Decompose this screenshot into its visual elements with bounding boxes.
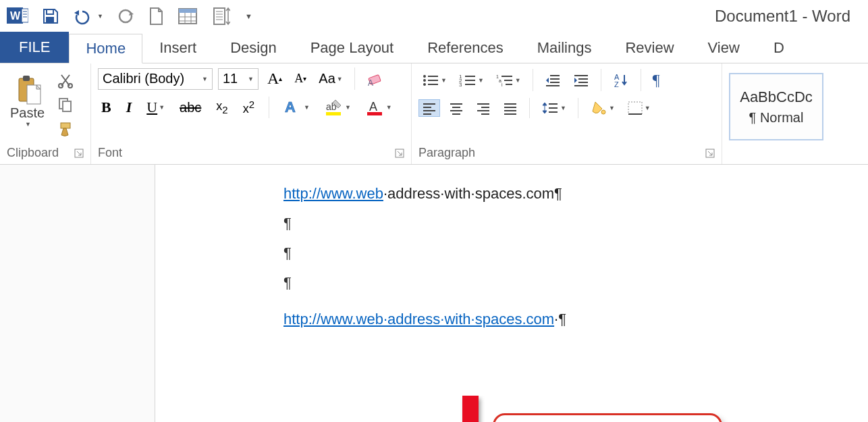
svg-text:Z: Z [614, 80, 619, 88]
bullets-button[interactable]: ▼ [418, 71, 450, 90]
text-effects-button[interactable]: A▼ [280, 97, 313, 118]
doc-empty-paragraph: ¶ [283, 244, 868, 262]
tab-review[interactable]: Review [608, 33, 690, 63]
align-center-button[interactable] [445, 99, 467, 117]
align-right-button[interactable] [472, 99, 494, 117]
strikethrough-button[interactable]: abc [176, 98, 205, 117]
superscript-button[interactable]: x2 [240, 97, 258, 118]
bullets-icon [422, 73, 439, 88]
paste-label: Paste [10, 105, 45, 121]
svg-point-37 [423, 75, 426, 78]
svg-text:A: A [369, 100, 377, 113]
font-size-value: 11 [223, 71, 238, 86]
svg-point-41 [423, 83, 426, 86]
numbering-button[interactable]: 123▼ [456, 71, 487, 90]
doc-line-1: http://www.web·address·with·spaces.com¶ [283, 185, 868, 203]
customize-qat-icon[interactable]: ▼ [241, 9, 255, 23]
copy-button[interactable] [53, 95, 78, 115]
svg-rect-26 [63, 101, 71, 111]
bold-button[interactable]: B [98, 97, 115, 118]
clear-formatting-button[interactable]: A [363, 69, 387, 89]
save-icon[interactable] [39, 5, 62, 28]
paragraph-spacing-icon[interactable] [209, 4, 233, 28]
doc-empty-paragraph: ¶ [283, 215, 868, 232]
align-left-button[interactable] [418, 99, 440, 117]
underline-button[interactable]: U▼ [143, 97, 168, 118]
sort-button[interactable]: AZ [609, 70, 632, 90]
subscript-button[interactable]: x2 [213, 97, 231, 117]
tab-design[interactable]: Design [213, 33, 293, 63]
change-case-button[interactable]: Aa▼ [315, 69, 346, 88]
tab-insert[interactable]: Insert [142, 33, 213, 63]
redo-button[interactable] [114, 5, 137, 28]
increase-indent-button[interactable] [570, 71, 593, 90]
svg-rect-6 [47, 9, 53, 14]
italic-button[interactable]: I [123, 97, 136, 118]
grow-font-button[interactable]: A▴ [264, 68, 286, 90]
svg-text:W: W [10, 10, 21, 22]
tab-mailings[interactable]: Mailings [520, 33, 609, 63]
font-color-button[interactable]: A▼ [362, 97, 396, 118]
callout-text: Easily create live hyperlinks from web a… [493, 413, 722, 422]
font-group-label: Font [98, 146, 122, 160]
decrease-indent-icon [545, 73, 561, 88]
tab-view[interactable]: View [691, 33, 757, 63]
svg-rect-35 [367, 112, 382, 115]
svg-text:A: A [368, 78, 373, 87]
line-spacing-button[interactable]: ▼ [538, 99, 570, 117]
svg-rect-85 [628, 102, 642, 114]
svg-rect-2 [22, 9, 28, 22]
doc-line-5: http://www.web·address·with·spaces.com·¶ [283, 311, 868, 328]
hyperlink-partial[interactable]: http://www.web [283, 185, 383, 202]
svg-rect-33 [326, 112, 341, 115]
style-sample-text: AaBbCcDc [737, 88, 815, 106]
show-hide-button[interactable]: ¶ [649, 69, 663, 91]
document-page[interactable]: http://www.web·address·with·spaces.com¶ … [155, 165, 868, 422]
style-name-text: ¶ Normal [737, 110, 815, 126]
style-normal[interactable]: AaBbCcDc ¶ Normal [729, 73, 823, 140]
eraser-icon: A [367, 71, 384, 87]
new-document-icon[interactable] [145, 4, 167, 28]
text-effects-icon: A [283, 99, 302, 116]
hyperlink-full[interactable]: http://www.web·address·with·spaces.com [283, 311, 554, 327]
paintbrush-icon [57, 121, 74, 138]
sort-icon: AZ [613, 72, 629, 88]
multilevel-list-button[interactable]: 1ai▼ [493, 71, 524, 90]
font-launcher-icon[interactable] [395, 149, 404, 158]
tab-references[interactable]: References [410, 33, 520, 63]
tab-page-layout[interactable]: Page Layout [294, 33, 411, 63]
clipboard-launcher-icon[interactable] [74, 149, 84, 158]
decrease-indent-button[interactable] [541, 71, 564, 90]
format-painter-button[interactable] [53, 119, 78, 140]
table-icon[interactable] [175, 5, 200, 28]
undo-button[interactable]: ▼ [70, 5, 106, 28]
shading-button[interactable]: ▼ [587, 98, 618, 118]
plain-text: ·¶ [554, 311, 566, 327]
cut-button[interactable] [53, 70, 78, 90]
svg-text:A: A [285, 99, 296, 115]
svg-rect-7 [46, 17, 54, 22]
increase-indent-icon [573, 73, 589, 88]
paragraph-launcher-icon[interactable] [705, 149, 715, 158]
paste-button[interactable]: Paste ▼ [7, 68, 48, 132]
ribbon-tab-row: FILE Home Insert Design Page Layout Refe… [0, 32, 868, 63]
paragraph-group-label: Paragraph [418, 146, 475, 160]
svg-point-39 [423, 79, 426, 82]
shrink-font-button[interactable]: A▾ [291, 70, 310, 88]
tab-truncated[interactable]: D [757, 33, 801, 63]
svg-rect-15 [214, 8, 225, 24]
svg-text:3: 3 [459, 82, 462, 88]
borders-button[interactable]: ▼ [624, 99, 654, 117]
tab-file[interactable]: FILE [0, 32, 69, 63]
font-name-combo[interactable]: Calibri (Body)▼ [98, 68, 213, 90]
multilevel-icon: 1ai [496, 73, 514, 88]
font-name-value: Calibri (Body) [103, 71, 184, 86]
svg-text:i: i [501, 82, 503, 87]
highlight-button[interactable]: ab▼ [321, 97, 354, 118]
tab-home[interactable]: Home [69, 34, 142, 63]
font-color-icon: A [366, 99, 385, 116]
word-app-icon[interactable]: W [4, 3, 31, 29]
font-size-combo[interactable]: 11▼ [218, 68, 259, 90]
ribbon: Paste ▼ Clipboard Calibri (Body)▼ 11▼ A▴ [0, 63, 868, 165]
justify-button[interactable] [499, 99, 521, 117]
